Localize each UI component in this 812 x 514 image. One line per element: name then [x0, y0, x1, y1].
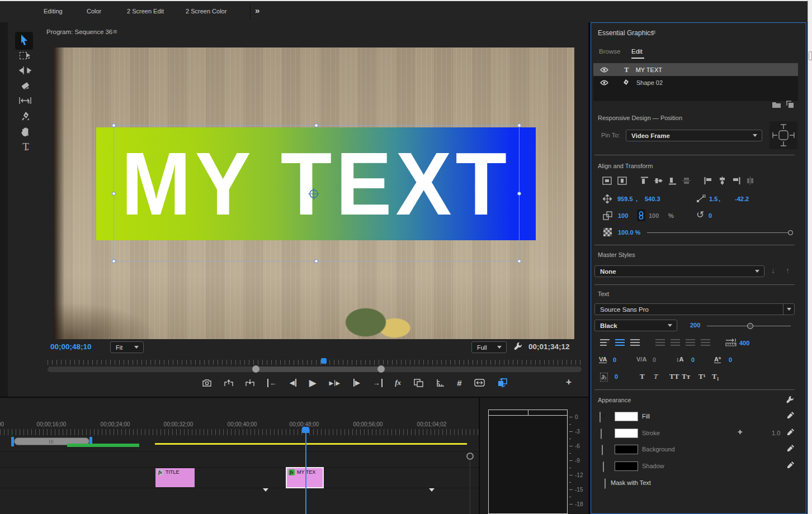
layer-row-shape-02[interactable]: Shape 02 — [593, 76, 798, 89]
scale-link-toggle[interactable] — [637, 210, 645, 221]
justify-all-icon[interactable] — [701, 339, 710, 346]
background-checkbox[interactable] — [602, 445, 603, 455]
stroke-checkbox[interactable] — [601, 429, 602, 439]
opacity-slider-track[interactable] — [647, 232, 790, 233]
timeline-ruler[interactable] — [0, 429, 479, 435]
selection-handle-bottom-left[interactable] — [112, 259, 116, 263]
font-family-dropdown[interactable]: Source Sans Pro — [594, 303, 795, 315]
font-size-slider-handle[interactable] — [747, 323, 753, 329]
trim-view-icon[interactable] — [436, 379, 445, 387]
go-to-out-icon[interactable]: → — [373, 379, 383, 387]
button-editor-icon[interactable] — [474, 379, 485, 387]
tracking-value[interactable]: 0 — [613, 356, 616, 363]
workspace-tab-editing[interactable]: Editing — [44, 8, 63, 15]
distribute-horizontal-icon[interactable] — [746, 177, 754, 185]
tab-browse[interactable]: Browse — [599, 48, 620, 55]
timeline-clip-title[interactable]: fx TITLE — [155, 468, 195, 487]
scale-y-value[interactable]: 100 — [649, 212, 659, 219]
align-horizontal-center-icon[interactable] — [718, 177, 726, 185]
panel-menu-icon[interactable]: ≡ — [652, 28, 656, 36]
pin-to-dropdown[interactable]: Video Frame — [626, 130, 762, 141]
timeline-clip-my-tex-selected[interactable]: fx MY TEX — [286, 467, 324, 488]
distribute-vertical-icon[interactable] — [682, 177, 691, 185]
center-horizontally-icon[interactable] — [602, 177, 612, 185]
selection-handle-top-center[interactable] — [314, 123, 318, 127]
workspace-tab-2-screen-color[interactable]: 2 Screen Color — [186, 8, 226, 15]
step-back-icon[interactable]: ◀ — [290, 379, 296, 387]
align-left-icon[interactable] — [704, 177, 712, 185]
fx-badge-icon[interactable]: fx — [289, 469, 295, 475]
push-style-up-icon[interactable]: ↑ — [786, 266, 790, 275]
align-text-left-icon[interactable] — [600, 339, 610, 346]
step-forward-icon[interactable]: ▶ — [353, 379, 360, 387]
program-panel-menu-icon[interactable]: ≡ — [113, 27, 117, 36]
safe-margins-icon[interactable]: # — [457, 378, 461, 388]
program-video-frame[interactable]: MY TEXT — [54, 47, 574, 339]
background-color-swatch[interactable] — [615, 445, 638, 454]
current-timecode[interactable]: 00;00;48;10 — [50, 342, 92, 351]
shadow-eyedropper-icon[interactable] — [787, 461, 795, 469]
align-vertical-center-icon[interactable] — [654, 177, 663, 185]
zoom-level-dropdown[interactable]: Fit — [110, 341, 144, 353]
align-text-right-icon[interactable] — [630, 339, 640, 346]
playback-resolution-dropdown[interactable]: Full — [471, 341, 507, 353]
master-styles-dropdown[interactable]: None — [594, 265, 764, 277]
program-time-ruler[interactable] — [48, 360, 582, 365]
position-x-value[interactable]: 959.5 — [617, 196, 633, 202]
selection-handle-top-left[interactable] — [112, 123, 116, 127]
subscript-button[interactable]: T₁ — [712, 372, 719, 381]
tab-edit[interactable]: Edit — [631, 48, 643, 55]
all-caps-button[interactable]: TT — [669, 372, 679, 381]
stroke-eyedropper-icon[interactable] — [787, 428, 795, 436]
anchor-point-icon[interactable] — [308, 188, 320, 200]
selection-tool-icon[interactable] — [20, 34, 29, 46]
layer-row-my-text[interactable]: T MY TEXT — [593, 63, 798, 76]
program-playhead-caret[interactable] — [321, 358, 327, 364]
selection-handle-top-right[interactable] — [517, 123, 521, 127]
add-button-icon[interactable]: + — [566, 377, 572, 388]
program-scrollbar-thumb[interactable] — [256, 367, 381, 372]
new-layer-icon[interactable] — [786, 101, 794, 108]
timeline-scrollbar-track[interactable] — [470, 460, 470, 514]
fill-checkbox[interactable] — [599, 412, 601, 422]
stroke-width-value[interactable]: 1.0 — [772, 430, 780, 436]
selection-handle-mid-right[interactable] — [517, 192, 521, 196]
add-stroke-icon[interactable]: + — [738, 427, 743, 436]
shadow-checkbox[interactable] — [603, 461, 604, 472]
superscript-button[interactable]: T¹ — [698, 372, 706, 381]
play-in-to-out-icon[interactable]: ▶▶ — [329, 380, 341, 386]
type-tool-icon[interactable]: T — [21, 142, 30, 152]
slip-tool-icon[interactable] — [19, 96, 31, 105]
center-vertically-icon[interactable] — [617, 177, 627, 185]
justify-last-right-icon[interactable] — [686, 339, 695, 346]
leading-value[interactable]: 0 — [691, 356, 695, 363]
play-button-icon[interactable]: ▶ — [309, 377, 317, 389]
eye-visibility-icon[interactable] — [600, 67, 608, 73]
align-top-icon[interactable] — [640, 177, 649, 185]
pen-tool-icon[interactable] — [21, 111, 31, 122]
faux-italic-button[interactable]: T — [654, 372, 658, 381]
selection-handle-bottom-center[interactable] — [314, 259, 318, 263]
stroke-color-swatch[interactable] — [615, 429, 638, 438]
proxy-toggle-icon[interactable] — [498, 378, 507, 387]
workspace-tab-2-screen-edit[interactable]: 2 Screen Edit — [127, 8, 164, 15]
anchor-x-value[interactable]: 1.5 — [709, 196, 717, 202]
baseline-shift-value[interactable]: 0 — [729, 356, 732, 363]
settings-wrench-icon[interactable] — [513, 341, 523, 351]
small-caps-button[interactable]: Tᴛ — [682, 372, 690, 381]
fill-color-swatch[interactable] — [615, 412, 638, 421]
fill-eyedropper-icon[interactable] — [787, 411, 795, 419]
razor-tool-icon[interactable] — [20, 81, 30, 91]
program-scrollbar-left-handle[interactable] — [252, 365, 259, 373]
ripple-edit-tool-icon[interactable] — [19, 66, 31, 75]
program-scrollbar-right-handle[interactable] — [377, 365, 385, 373]
workspace-tab-color[interactable]: Color — [87, 8, 101, 15]
position-y-value[interactable]: 540.3 — [645, 196, 660, 202]
extract-icon[interactable] — [246, 379, 254, 387]
hand-tool-icon[interactable] — [20, 126, 30, 137]
align-right-icon[interactable] — [732, 177, 740, 185]
kerning-value[interactable]: 0 — [653, 356, 656, 363]
selection-handle-bottom-right[interactable] — [517, 259, 521, 263]
pin-widget[interactable] — [769, 121, 797, 149]
scale-x-value[interactable]: 100 — [618, 212, 628, 219]
